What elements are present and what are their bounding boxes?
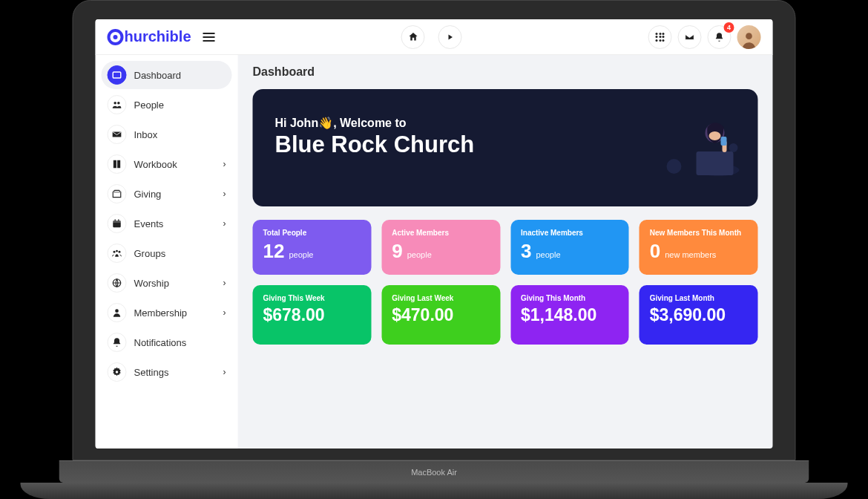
sidebar-item-membership[interactable]: Membership› [102,299,232,327]
sidebar-item-workbook[interactable]: Workbook› [102,150,232,178]
sidebar-item-events[interactable]: Events› [102,209,232,238]
welcome-card: Hi John👋, Welcome to Blue Rock Church [253,89,758,206]
screen-bezel: hurchible [73,0,796,460]
inbox-icon [108,125,127,144]
home-button[interactable] [401,25,425,49]
notifications-button-wrapper: 4 [708,25,731,49]
stat-label: Giving This Week [263,294,361,302]
messages-button[interactable] [678,25,702,49]
events-icon [108,214,127,233]
stat-unit: people [536,250,560,259]
stat-label: Active Members [392,229,490,237]
svg-point-0 [746,33,752,39]
stat-value: 0new members [650,240,748,263]
play-button[interactable] [438,25,462,49]
play-icon [446,33,455,42]
user-avatar[interactable] [737,25,761,49]
stat-label: Inactive Members [521,229,619,237]
stat-unit: people [289,250,313,259]
sidebar-item-dashboard[interactable]: Dashboard [102,61,232,89]
envelope-icon [685,32,695,42]
sidebar-item-label: Dashboard [134,70,226,81]
svg-point-16 [116,371,119,374]
stat-value: $3,690.00 [650,305,748,325]
svg-rect-4 [114,160,116,169]
sidebar-item-label: Giving [134,189,216,200]
worship-icon [108,273,127,293]
sidebar-item-label: Workbook [134,159,216,170]
apps-grid-icon [656,33,665,42]
chevron-right-icon: › [223,307,226,318]
workbook-icon [108,154,127,174]
stat-value: 3people [521,240,619,263]
sidebar-item-inbox[interactable]: Inbox [102,120,232,149]
chevron-right-icon: › [223,189,226,199]
stat-card: Giving This Week$678.00 [253,285,372,345]
stat-card: Giving Last Month$3,690.00 [640,285,758,345]
notification-badge: 4 [724,22,734,33]
stat-grid: Total People12peopleActive Members9peopl… [253,220,758,345]
sidebar-item-label: Notifications [134,337,226,348]
stat-card: Total People12people [253,220,372,275]
sidebar: DashboardPeopleInboxWorkbook›Giving›Even… [96,55,238,449]
svg-rect-20 [697,151,734,175]
sidebar-item-giving[interactable]: Giving› [102,180,232,208]
people-icon [108,95,127,114]
stat-label: Giving Last Month [650,294,748,302]
laptop-base [21,483,848,499]
stat-value: 9people [392,240,490,263]
svg-point-11 [116,250,118,252]
stat-card: Giving This Month$1,148.00 [510,285,629,345]
sidebar-item-settings[interactable]: Settings› [102,358,232,386]
chevron-right-icon: › [223,218,226,229]
sidebar-item-worship[interactable]: Worship› [102,269,232,297]
app-screen: hurchible [96,19,773,449]
header-right: 4 [648,25,761,49]
sidebar-item-notifications[interactable]: Notifications [102,328,232,356]
sidebar-item-label: Worship [134,278,216,289]
membership-icon [108,303,127,322]
svg-point-3 [117,102,120,105]
stat-label: Total People [263,229,361,237]
svg-rect-1 [113,72,121,78]
sidebar-item-label: Settings [134,367,216,378]
svg-rect-7 [113,221,121,223]
sidebar-item-groups[interactable]: Groups [102,239,232,267]
main-content: Dashboard Hi John👋, Welcome to Blue Rock… [238,55,773,449]
laptop-mockup-frame: hurchible [73,0,796,499]
svg-point-14 [115,309,119,313]
giving-icon [108,184,127,203]
svg-point-2 [114,102,116,105]
sidebar-item-people[interactable]: People [102,91,232,119]
chevron-right-icon: › [223,367,226,377]
header: hurchible [96,19,773,55]
sidebar-item-label: Membership [134,307,216,319]
sidebar-item-label: Groups [134,248,226,259]
apps-button[interactable] [648,25,672,49]
stat-card: New Members This Month0new members [640,220,758,275]
menu-toggle-button[interactable] [203,33,215,42]
laptop-label: MacBook Air [411,468,457,477]
laptop-hinge: MacBook Air [59,460,809,483]
svg-rect-5 [117,160,120,169]
sidebar-item-label: People [134,100,226,111]
stat-value: 12people [263,240,361,263]
stat-value: $470.00 [392,305,490,325]
sidebar-item-label: Inbox [134,129,226,140]
chevron-right-icon: › [223,159,226,169]
svg-point-19 [729,143,738,152]
page-title: Dashboard [253,65,758,79]
stat-value: $678.00 [263,305,361,325]
home-icon [407,31,418,42]
svg-rect-24 [721,137,727,146]
svg-point-10 [114,251,116,253]
chevron-right-icon: › [223,278,226,288]
header-center [215,25,648,49]
dashboard-icon [108,65,127,85]
groups-icon [108,244,127,263]
bell-icon [714,32,725,42]
stat-label: New Members This Month [650,229,748,237]
brand-logo[interactable]: hurchible [108,28,191,45]
welcome-illustration [656,111,745,185]
svg-point-12 [119,251,121,253]
